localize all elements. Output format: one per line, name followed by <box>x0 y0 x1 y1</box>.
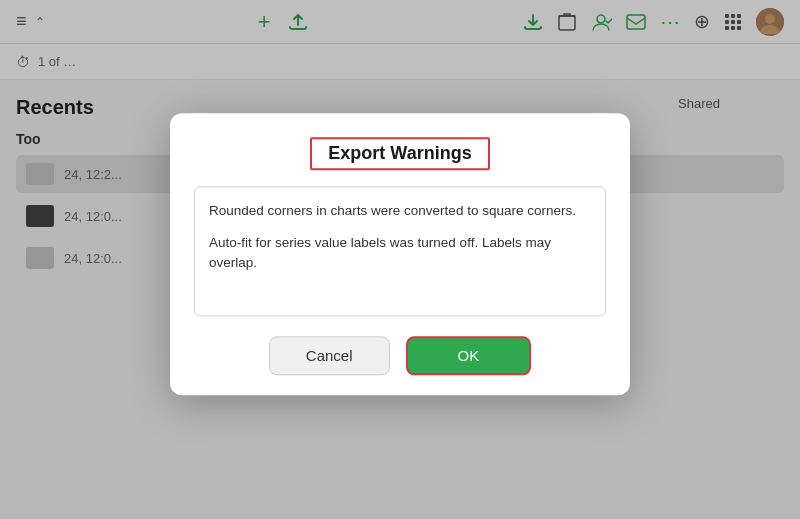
export-warnings-dialog: Export Warnings Rounded corners in chart… <box>170 113 630 395</box>
warning-text-1: Rounded corners in charts were converted… <box>209 201 591 221</box>
dialog-title-area: Export Warnings <box>194 137 606 170</box>
dialog-body: Rounded corners in charts were converted… <box>194 186 606 316</box>
dialog-buttons: Cancel OK <box>194 336 606 375</box>
warning-text-2: Auto-fit for series value labels was tur… <box>209 233 591 273</box>
cancel-button[interactable]: Cancel <box>269 336 390 375</box>
ok-button[interactable]: OK <box>406 336 532 375</box>
dialog-title: Export Warnings <box>310 137 489 170</box>
